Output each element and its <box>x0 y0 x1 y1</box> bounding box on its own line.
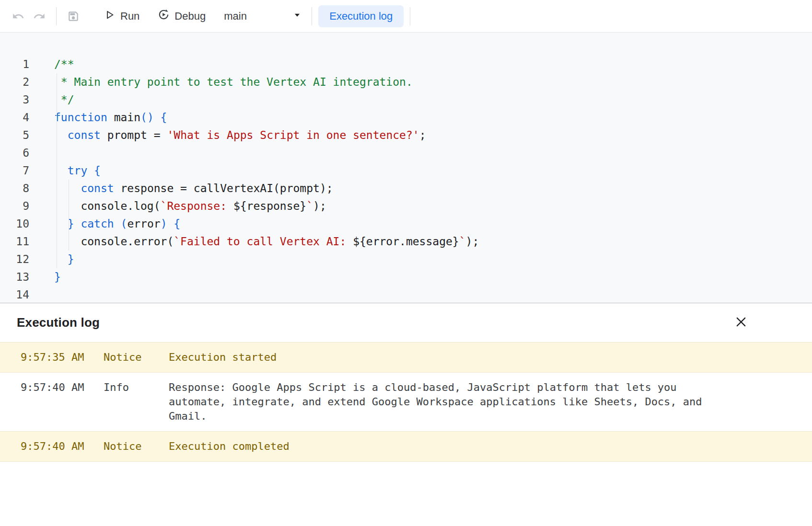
line-content[interactable] <box>32 286 812 303</box>
line-number[interactable]: 10 <box>0 215 32 233</box>
line-content[interactable]: /** <box>32 56 812 73</box>
code-line: 10 } catch (error) { <box>0 215 812 233</box>
toolbar-divider <box>312 7 312 25</box>
save-project-button[interactable] <box>63 6 84 27</box>
code-token: console.error( <box>54 235 174 248</box>
log-level: Info <box>104 380 169 423</box>
code-lines: 1/**2 * Main entry point to test the Ver… <box>0 56 812 303</box>
execution-log-title: Execution log <box>17 315 100 330</box>
code-token: const <box>81 182 114 194</box>
line-number[interactable]: 7 <box>0 162 32 180</box>
code-line: 6 <box>0 144 812 162</box>
debug-button-label: Debug <box>174 10 206 23</box>
apps-script-editor: Run Debug main Execution log 1/**2 * <box>0 0 812 526</box>
code-token: `Failed to call Vertex AI: <box>174 235 353 248</box>
code-token: function <box>54 111 107 124</box>
log-message: Execution started <box>169 350 715 365</box>
line-content[interactable]: } <box>32 251 812 268</box>
line-number[interactable]: 14 <box>0 286 32 303</box>
debug-button[interactable]: Debug <box>153 5 210 27</box>
line-content[interactable]: try { <box>32 162 812 180</box>
code-line: 13} <box>0 268 812 286</box>
code-line: 1/** <box>0 56 812 73</box>
log-row: 9:57:40 AMInfoResponse: Google Apps Scri… <box>0 372 812 431</box>
code-token: { <box>94 164 101 177</box>
line-content[interactable]: function main() { <box>32 109 812 126</box>
line-content[interactable]: } catch (error) { <box>32 215 812 233</box>
redo-icon <box>33 10 46 23</box>
code-token <box>87 164 94 177</box>
log-message: Response: Google Apps Script is a cloud-… <box>169 380 715 423</box>
code-token <box>167 217 174 230</box>
toolbar-divider <box>410 7 410 25</box>
redo-button[interactable] <box>29 6 50 27</box>
code-token: error <box>127 217 160 230</box>
code-token: console.log( <box>54 200 161 212</box>
code-token: catch <box>81 217 114 230</box>
code-token: const <box>68 129 101 141</box>
code-line: 3 */ <box>0 91 812 109</box>
code-token <box>114 217 121 230</box>
code-token <box>74 217 81 230</box>
line-number[interactable]: 9 <box>0 197 32 215</box>
code-token <box>54 182 81 194</box>
code-token: { <box>161 111 167 124</box>
run-play-icon <box>104 9 116 23</box>
line-number[interactable]: 8 <box>0 180 32 197</box>
indent-guide <box>69 180 69 251</box>
log-row: 9:57:40 AMNoticeExecution completed <box>0 431 812 462</box>
line-content[interactable]: */ <box>32 91 812 109</box>
line-number[interactable]: 11 <box>0 233 32 251</box>
dropdown-arrow-icon <box>292 10 302 23</box>
line-number[interactable]: 13 <box>0 268 32 286</box>
debug-icon <box>158 9 170 23</box>
code-line: 5 const prompt = 'What is Apps Script in… <box>0 126 812 144</box>
line-content[interactable] <box>32 144 812 162</box>
log-time: 9:57:40 AM <box>21 439 104 454</box>
log-rows: 9:57:35 AMNoticeExecution started9:57:40… <box>0 342 812 462</box>
code-token: prompt = <box>101 129 167 141</box>
line-number[interactable]: 4 <box>0 109 32 126</box>
execution-log-header: Execution log <box>0 303 812 342</box>
function-selector-dropdown[interactable]: main <box>221 6 305 27</box>
line-content[interactable]: } <box>32 268 812 286</box>
code-token: ` <box>306 200 313 212</box>
line-number[interactable]: 3 <box>0 91 32 109</box>
close-log-button[interactable] <box>731 312 752 333</box>
save-project-icon <box>67 10 80 23</box>
log-message: Execution completed <box>169 439 715 454</box>
line-number[interactable]: 6 <box>0 144 32 162</box>
code-token: try <box>68 164 88 177</box>
code-line: 4function main() { <box>0 109 812 126</box>
line-content[interactable]: const response = callVertexAI(prompt); <box>32 180 812 197</box>
code-token: ${error.message} <box>353 235 459 248</box>
line-content[interactable]: console.log(`Response: ${response}`); <box>32 197 812 215</box>
close-icon <box>734 315 748 330</box>
code-token: * Main entry point to test the Vertex AI… <box>54 76 413 88</box>
code-token: `Response: <box>161 200 233 212</box>
code-token: ); <box>313 200 326 212</box>
code-token: response = callVertexAI(prompt); <box>114 182 333 194</box>
line-number[interactable]: 2 <box>0 73 32 91</box>
line-content[interactable]: console.error(`Failed to call Vertex AI:… <box>32 233 812 251</box>
code-line: 9 console.log(`Response: ${response}`); <box>0 197 812 215</box>
undo-icon <box>12 10 24 23</box>
code-token: /** <box>54 58 74 70</box>
code-token: main <box>107 111 140 124</box>
code-line: 8 const response = callVertexAI(prompt); <box>0 180 812 197</box>
undo-button[interactable] <box>8 6 29 27</box>
execution-log-panel: Execution log 9:57:35 AMNoticeExecution … <box>0 303 812 462</box>
code-editor[interactable]: 1/**2 * Main entry point to test the Ver… <box>0 33 812 303</box>
code-token: ); <box>466 235 479 248</box>
line-number[interactable]: 1 <box>0 56 32 73</box>
code-token: () <box>140 111 154 124</box>
line-number[interactable]: 5 <box>0 126 32 144</box>
line-content[interactable]: const prompt = 'What is Apps Script in o… <box>32 126 812 144</box>
line-content[interactable]: * Main entry point to test the Vertex AI… <box>32 73 812 91</box>
run-button-label: Run <box>120 10 139 23</box>
line-number[interactable]: 12 <box>0 251 32 268</box>
function-selector-value: main <box>224 10 247 23</box>
execution-log-button[interactable]: Execution log <box>318 5 404 27</box>
run-button[interactable]: Run <box>99 5 144 27</box>
code-token: { <box>174 217 180 230</box>
